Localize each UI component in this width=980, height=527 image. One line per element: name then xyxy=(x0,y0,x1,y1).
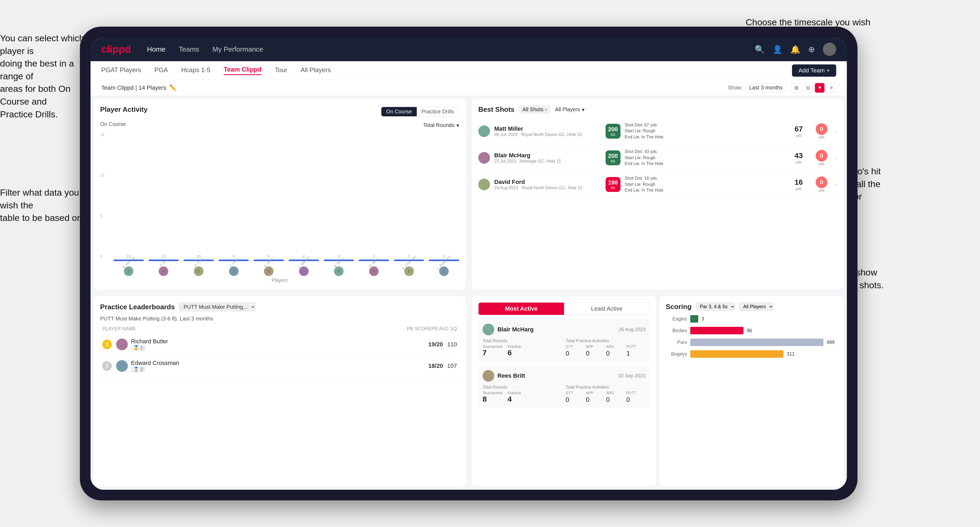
on-course-toggle[interactable]: On Course xyxy=(381,107,417,116)
scoring-row-pars: Pars 499 xyxy=(666,338,837,346)
bar-j-coles: 9 xyxy=(219,254,249,259)
lb-score-2: 18/20 xyxy=(428,362,443,370)
search-icon[interactable]: 🔍 xyxy=(755,45,765,54)
shot-stat-3: 16 yds xyxy=(789,178,808,191)
practice-drills-toggle[interactable]: Practice Drills xyxy=(417,107,459,116)
tab-pga[interactable]: PGA xyxy=(154,66,168,75)
shot-avatar-3 xyxy=(478,179,490,190)
tab-hcaps[interactable]: Hcaps 1-5 xyxy=(181,66,210,75)
edit-icon[interactable]: ✏️ xyxy=(169,84,177,91)
best-shots-header: Best Shots All Shots ▾ All Players ▾ xyxy=(478,105,837,114)
tablet-frame: clippd Home Teams My Performance 🔍 👤 🔔 ⊕… xyxy=(80,27,858,500)
lb-avatar-1 xyxy=(116,338,128,350)
shot-card-blair-mcharg[interactable]: Blair McHarg 23 Jul 2023 · Ashridge GC, … xyxy=(478,144,837,171)
tablet-screen: clippd Home Teams My Performance 🔍 👤 🔔 ⊕… xyxy=(91,37,847,490)
shot-chevron-2[interactable]: › xyxy=(835,154,837,162)
shot-player-info-3: David Ford 24 Aug 2023 · Royal North Dev… xyxy=(494,179,601,190)
shot-chevron-3[interactable]: › xyxy=(835,181,837,188)
active-player-header-1: Blair McHarg 26 Aug 2023 xyxy=(482,324,646,335)
all-players-label: All Players xyxy=(555,106,580,113)
par-select[interactable]: Par 3, 4 & 5s xyxy=(696,302,735,311)
avatar[interactable] xyxy=(823,43,836,56)
bar-l-robertson: 2 xyxy=(429,254,459,259)
drill-select[interactable]: PUTT Must Make Putting... xyxy=(179,302,255,311)
leaderboard-cols: PLAYER NAME PB SCORE PB AVG SQ xyxy=(100,326,459,334)
rounds-group-2: Total Rounds Tournament 8 Practice 4 xyxy=(482,385,562,403)
list-view-icon[interactable]: ⊟ xyxy=(803,83,813,93)
all-shots-tab[interactable]: All Shots ▾ xyxy=(519,105,551,114)
nav-icons: 🔍 👤 🔔 ⊕ xyxy=(755,43,836,56)
active-stats-1: Total Rounds Tournament 7 Practice 6 xyxy=(482,338,646,357)
players-dropdown[interactable]: All Players ▾ xyxy=(555,106,584,113)
pars-val: 499 xyxy=(827,340,835,345)
active-avatar-1 xyxy=(482,324,494,335)
badge-val-2: 200 xyxy=(608,152,618,159)
shot-badge-2: 200 SG xyxy=(606,151,620,165)
shot-player-detail-1: 09 Jun 2023 · Royal North Devon GC, Hole… xyxy=(494,132,601,137)
heart-view-icon[interactable]: ♥ xyxy=(815,83,824,93)
players-dropdown-arrow: ▾ xyxy=(582,106,584,113)
add-team-button[interactable]: Add Team + xyxy=(792,64,836,77)
metric-label: Total Rounds xyxy=(423,122,454,128)
bar-r-butler: 3 xyxy=(324,254,354,259)
lb-player-1: Richard Butler 🥇 1 xyxy=(116,338,424,351)
tab-team-clippd[interactable]: Team Clippd xyxy=(224,66,261,75)
leaderboard-header: Practice Leaderboards PUTT Must Make Put… xyxy=(100,302,459,311)
tab-pgat-players[interactable]: PGAT Players xyxy=(101,66,141,75)
lb-row-2: 2 Edward Crossman 🥈 2 18/20 107 xyxy=(100,355,459,377)
shot-badge-1: 200 SG xyxy=(606,124,620,139)
lb-player-name-2: Edward Crossman 🥈 2 xyxy=(131,360,179,372)
nav-my-performance[interactable]: My Performance xyxy=(213,45,263,54)
nav-teams[interactable]: Teams xyxy=(179,45,199,54)
lb-avatar-2 xyxy=(116,360,128,372)
shot-player-info-1: Matt Miller 09 Jun 2023 · Royal North De… xyxy=(494,125,601,137)
user-icon[interactable]: 👤 xyxy=(773,45,783,54)
shot-card-david-ford[interactable]: David Ford 24 Aug 2023 · Royal North Dev… xyxy=(478,171,837,198)
bottom-right-panels: Most Active Least Active Blair McHarg 26… xyxy=(472,296,844,487)
shot-desc-1: Shot Dist: 67 ydsStart Lie: RoughEnd Lie… xyxy=(625,122,785,140)
shots-tabs: All Shots ▾ xyxy=(519,105,551,114)
menu-view-icon[interactable]: ≡ xyxy=(827,83,836,93)
badge-val-3: 198 xyxy=(608,179,618,186)
bar-r-britt: 12 xyxy=(149,254,179,259)
tab-tour[interactable]: Tour xyxy=(275,66,287,75)
least-active-tab[interactable]: Least Active xyxy=(564,303,649,315)
shot-desc-2: Shot Dist: 43 ydsStart Lie: RoughEnd Lie… xyxy=(625,149,785,167)
lb-avg-1: 110 xyxy=(447,341,457,348)
tab-all-players[interactable]: All Players xyxy=(301,66,331,75)
nav-links: Home Teams My Performance xyxy=(147,45,755,54)
nav-home[interactable]: Home xyxy=(147,45,165,54)
bar-d-ford: 10 xyxy=(183,254,214,259)
grid-view-icon[interactable]: ⊞ xyxy=(791,83,801,93)
shot-player-name-2: Blair McHarg xyxy=(494,152,601,159)
bar-chart-container: 15 10 5 0 13 12 xyxy=(100,132,459,283)
player-activity-panel: Player Activity On Course Practice Drill… xyxy=(94,99,466,290)
shot-badge-3: 198 SG xyxy=(606,177,620,192)
badge-val-1: 200 xyxy=(608,126,618,133)
scoring-title: Scoring xyxy=(666,303,692,311)
show-select[interactable]: Last 3 months xyxy=(746,83,786,92)
chart-top: On Course Total Rounds ▾ xyxy=(100,121,459,129)
plus-circle-icon[interactable]: ⊕ xyxy=(808,45,815,54)
shot-card-matt-miller[interactable]: Matt Miller 09 Jun 2023 · Royal North De… xyxy=(478,118,837,144)
shot-avatar-1 xyxy=(478,125,490,137)
bell-icon[interactable]: 🔔 xyxy=(791,45,800,54)
view-icons: ⊞ ⊟ ♥ ≡ xyxy=(791,83,836,93)
shot-player-info-2: Blair McHarg 23 Jul 2023 · Ashridge GC, … xyxy=(494,152,601,163)
bar-e-ebert: 5 xyxy=(253,254,284,259)
chart-area: On Course Total Rounds ▾ 15 10 5 xyxy=(100,121,459,283)
team-header: Team Clippd | 14 Players ✏️ Show: Last 3… xyxy=(91,80,847,96)
shot-chevron-1[interactable]: › xyxy=(835,127,837,135)
most-active-tab[interactable]: Most Active xyxy=(479,303,564,315)
sub-nav: PGAT Players PGA Hcaps 1-5 Team Clippd T… xyxy=(91,61,847,80)
metric-selector[interactable]: Total Rounds ▾ xyxy=(423,122,459,129)
shot-player-name-1: Matt Miller xyxy=(494,125,601,132)
scoring-players-select[interactable]: All Players xyxy=(739,302,773,311)
eagles-label: Eagles xyxy=(666,316,687,322)
main-content: Player Activity On Course Practice Drill… xyxy=(91,96,847,490)
scoring-row-bogeys: Bogeys 311 xyxy=(666,350,837,358)
bar-m-miller: 3 xyxy=(359,254,389,259)
lb-rank-1: 1 xyxy=(102,340,112,349)
player-activity-title: Player Activity xyxy=(100,105,148,114)
bar-e-crossman: 2 xyxy=(394,254,424,259)
